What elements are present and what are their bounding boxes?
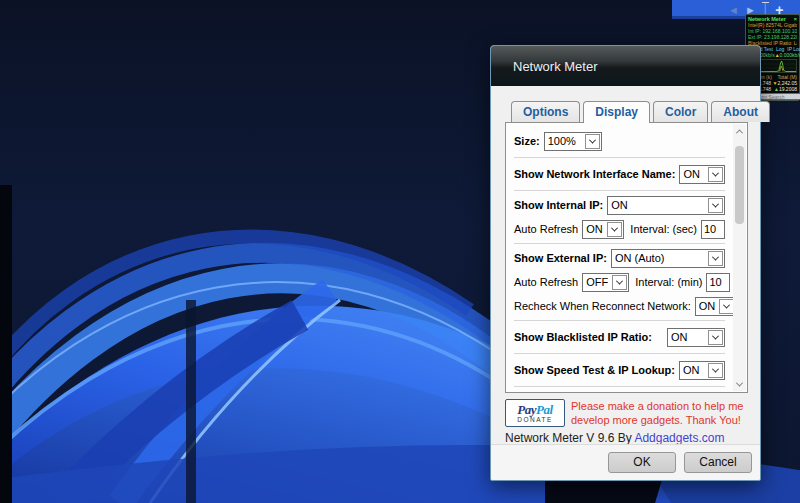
divider (514, 353, 725, 354)
divider (514, 320, 725, 321)
internal-autorefresh-select[interactable]: ON (582, 220, 624, 239)
recheck-row: Recheck When Reconnect Network: ON (514, 294, 725, 318)
widget-up-total: 19.2008 (779, 86, 797, 92)
donate-label: DONATE (517, 416, 553, 423)
internal-ip-row: Show Internal IP: ON (514, 193, 725, 217)
tab-options[interactable]: Options (511, 101, 580, 122)
blacklisted-row: Show Blacklisted IP Ratio: ON (514, 323, 725, 351)
chevron-down-icon (607, 222, 622, 237)
chevron-down-icon (585, 134, 600, 149)
external-ip-label: Show External IP: (514, 252, 607, 264)
interface-name-row: Show Network Interface Name: ON (514, 160, 725, 188)
recheck-select[interactable]: ON (695, 297, 737, 316)
addgadgets-link[interactable]: Addgadgets.com (634, 431, 724, 445)
divider (514, 386, 725, 387)
autorefresh-label: Auto Refresh (514, 276, 578, 288)
donation-message: Please make a donation to help me develo… (571, 399, 743, 427)
chevron-down-icon (708, 251, 723, 266)
divider (514, 157, 725, 158)
divider (514, 243, 725, 244)
internal-interval-input[interactable] (701, 220, 725, 239)
chevron-down-icon (708, 167, 723, 182)
ok-button[interactable]: OK (608, 452, 676, 473)
recheck-label: Recheck When Reconnect Network: (514, 300, 691, 312)
dialog-title: Network Meter (513, 59, 598, 74)
dialog-footer: OK Cancel (491, 444, 760, 480)
tab-display[interactable]: Display (583, 101, 650, 123)
firewall-row: Show Firewall: ON (514, 389, 725, 393)
interval-min-label: Interval: (min) (635, 276, 702, 288)
desktop: ◄ ► │ + Network Meter × Intel(R) 82574L … (0, 0, 800, 503)
widget-up-speed: 0.000kb/s (780, 52, 800, 58)
blacklisted-label: Show Blacklisted IP Ratio: (514, 331, 652, 343)
paypal-logo: PayPal (517, 403, 552, 416)
vertical-scrollbar[interactable] (733, 124, 746, 391)
version-line: Network Meter V 9.6 By Addgadgets.com (505, 431, 760, 445)
external-interval-input[interactable] (706, 273, 730, 292)
network-meter-settings-dialog: Network Meter Options Display Color Abou… (490, 45, 761, 481)
tab-bar: Options Display Color About (511, 101, 760, 122)
chevron-down-icon (612, 275, 627, 290)
interval-sec-label: Interval: (sec) (630, 223, 697, 235)
donation-section: PayPal DONATE Please make a donation to … (505, 399, 760, 427)
external-ip-row: Show External IP: ON (Auto) (514, 246, 725, 270)
size-select[interactable]: 100% (544, 132, 602, 151)
scroll-down-icon[interactable] (733, 377, 746, 391)
scrollbar-thumb[interactable] (735, 146, 744, 224)
external-ip-select[interactable]: ON (Auto) (611, 249, 725, 268)
display-options-scrollpane: Size: 100% Show Network Interface Name: … (505, 122, 748, 393)
divider (514, 190, 725, 191)
interface-name-select[interactable]: ON (679, 165, 725, 184)
speedtest-select[interactable]: ON (679, 361, 725, 380)
paypal-donate-button[interactable]: PayPal DONATE (505, 399, 565, 427)
tab-about[interactable]: About (711, 101, 770, 122)
back-icon[interactable]: ◄ (728, 4, 739, 16)
scroll-up-icon[interactable] (733, 124, 746, 138)
internal-ip-label: Show Internal IP: (514, 199, 603, 211)
chevron-down-icon (708, 198, 723, 213)
chevron-down-icon (708, 363, 723, 378)
interface-name-label: Show Network Interface Name: (514, 168, 675, 180)
tab-color[interactable]: Color (653, 101, 708, 122)
external-autorefresh-row: Auto Refresh OFF Interval: (min) (514, 270, 725, 294)
size-label: Size: (514, 135, 540, 147)
blacklisted-select[interactable]: ON (667, 328, 725, 347)
chevron-down-icon (719, 299, 734, 314)
external-autorefresh-select[interactable]: OFF (582, 273, 629, 292)
dialog-titlebar[interactable]: Network Meter (491, 46, 760, 86)
speedtest-row: Show Speed Test & IP Lookup: ON (514, 356, 725, 384)
internal-autorefresh-row: Auto Refresh ON Interval: (sec) (514, 217, 725, 241)
chevron-down-icon (708, 330, 723, 345)
cancel-button[interactable]: Cancel (684, 452, 752, 473)
autorefresh-label: Auto Refresh (514, 223, 578, 235)
speedtest-label: Show Speed Test & IP Lookup: (514, 364, 675, 376)
size-row: Size: 100% (514, 127, 725, 155)
internal-ip-select[interactable]: ON (607, 196, 725, 215)
